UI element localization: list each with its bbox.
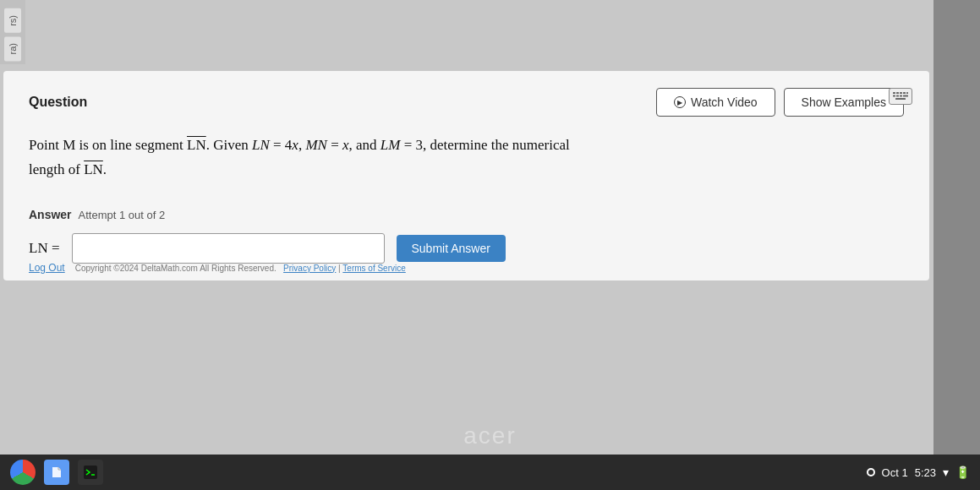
question-section-label: Question [29,95,87,110]
svg-rect-0 [893,92,895,94]
watch-video-label: Watch Video [691,95,758,109]
chrome-icon[interactable] [10,460,36,485]
keyboard-icon[interactable] [889,88,912,105]
footer: Log Out Copyright ©2024 DeltaMath.com Al… [29,262,406,274]
ln-answer-input[interactable] [72,233,385,264]
question-text: Point M is on line segment LN. Given LN … [29,133,904,182]
terminal-icon[interactable] [78,460,103,485]
answer-label: Answer [29,208,72,221]
taskbar-right: Oct 1 5:23 ▾ 🔋 [867,466,970,479]
svg-rect-2 [900,92,902,94]
taskbar: Oct 1 5:23 ▾ 🔋 [0,455,980,490]
svg-rect-8 [903,95,908,97]
sidebar-tab-rs[interactable]: rs) [4,8,21,33]
right-panel [933,0,980,455]
show-examples-label: Show Examples [802,95,886,109]
terms-link[interactable]: Terms of Service [342,264,405,273]
answer-section: Answer Attempt 1 out of 2 LN = Submit An… [29,208,904,264]
left-sidebar: rs) ra) [0,0,25,64]
sidebar-tab-ra[interactable]: ra) [4,36,21,61]
battery-icon: 🔋 [955,466,970,479]
files-icon[interactable] [44,460,69,485]
svg-rect-1 [896,92,899,94]
answer-header: Answer Attempt 1 out of 2 [29,208,904,221]
svg-rect-7 [900,95,902,97]
show-examples-button[interactable]: Show Examples [784,88,904,117]
main-panel: Question ▶ Watch Video Show Examples Poi… [3,71,929,280]
wifi-icon: ▾ [943,466,949,479]
play-icon: ▶ [674,96,686,108]
submit-answer-button[interactable]: Submit Answer [397,235,506,262]
answer-row: LN = Submit Answer [29,233,904,264]
svg-rect-4 [906,92,908,94]
taskbar-time: 5:23 [915,466,936,479]
taskbar-date: Oct 1 [882,466,908,479]
privacy-policy-link[interactable]: Privacy Policy [283,264,336,273]
header-buttons: ▶ Watch Video Show Examples [656,88,904,117]
acer-logo: acer [463,422,516,449]
watch-video-button[interactable]: ▶ Watch Video [656,88,775,117]
ln-label: LN = [29,240,60,257]
copyright-text: Copyright ©2024 DeltaMath.com All Rights… [75,264,406,273]
svg-rect-3 [903,92,906,94]
question-header: Question ▶ Watch Video Show Examples [29,88,904,117]
attempt-label: Attempt 1 out of 2 [79,209,166,221]
taskbar-left [10,460,103,485]
svg-rect-9 [895,98,906,100]
svg-rect-6 [896,95,899,97]
status-dot [867,468,875,476]
logout-link[interactable]: Log Out [29,262,65,274]
svg-rect-5 [893,95,895,97]
